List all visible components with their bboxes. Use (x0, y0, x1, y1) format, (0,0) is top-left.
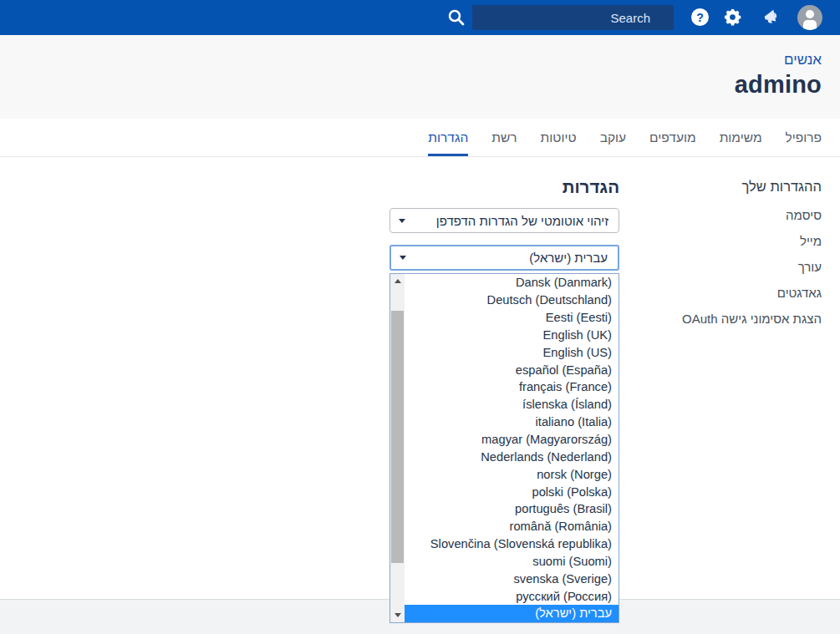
main-content: ההגדרות שלך סיסמהמיילעורךגאדגטיםהצגת אסי… (0, 157, 840, 599)
settings-nav-item[interactable]: גאדגטים (629, 286, 822, 301)
avatar-person-icon (806, 10, 814, 18)
language-option[interactable]: română (România) (405, 518, 619, 535)
scroll-down-icon[interactable] (390, 608, 405, 622)
help-glyph: ? (696, 11, 704, 24)
tab[interactable]: רשת (491, 119, 517, 156)
language-option[interactable]: italiano (Italia) (405, 413, 619, 431)
language-option[interactable]: norsk (Norge) (405, 465, 619, 483)
settings-nav: ההגדרות שלך סיסמהמיילעורךגאדגטיםהצגת אסי… (629, 179, 822, 337)
language-option[interactable]: português (Brasil) (405, 500, 619, 518)
language-option[interactable]: español (España) (405, 361, 619, 378)
topbar: ? (0, 0, 840, 35)
language-option[interactable]: svenska (Sverige) (405, 570, 619, 587)
language-option[interactable]: עברית (ישראל) (405, 605, 619, 622)
language-dropdown: Dansk (Danmark)Deutsch (Deutschland)Eest… (389, 273, 619, 623)
tab[interactable]: הגדרות (428, 119, 468, 156)
avatar[interactable] (797, 5, 822, 30)
language-option[interactable]: русский (Россия) (405, 587, 619, 605)
language-option[interactable]: français (France) (405, 378, 619, 396)
language-option[interactable]: English (US) (405, 343, 619, 361)
language-option-list: Dansk (Danmark)Deutsch (Deutschland)Eest… (405, 274, 619, 622)
tab[interactable]: משימות (720, 119, 762, 156)
settings-nav-item[interactable]: עורך (629, 260, 822, 275)
language-option[interactable]: polski (Polska) (405, 483, 619, 500)
breadcrumb-people-link[interactable]: אנשים (0, 52, 822, 68)
language-option[interactable]: Slovenčina (Slovenská republika) (405, 535, 619, 553)
dropdown-scrollbar[interactable] (390, 274, 405, 622)
language-option[interactable]: English (UK) (405, 327, 619, 344)
tab[interactable]: מועדפים (649, 119, 696, 156)
browser-detect-select[interactable]: זיהוי אוטומטי של הגדרות הדפדפן (389, 208, 619, 233)
profile-header: אנשים admino (0, 35, 840, 119)
page: ? אנשים admino פרופילמשימותמועדפיםעוקבטי… (0, 0, 840, 634)
browser-detect-select-value: זיהוי אוטומטי של הגדרות הדפדפן (436, 214, 608, 228)
page-title: admino (0, 71, 822, 99)
tab[interactable]: עוקב (600, 119, 626, 156)
language-option[interactable]: suomi (Suomi) (405, 553, 619, 571)
language-option[interactable]: Dansk (Danmark) (405, 274, 619, 292)
tab[interactable]: פרופיל (786, 119, 822, 156)
language-option[interactable]: Deutsch (Deutschland) (405, 292, 619, 309)
language-option[interactable]: Eesti (Eesti) (405, 309, 619, 327)
language-option[interactable]: Nederlands (Nederland) (405, 448, 619, 465)
profile-tabbar: פרופילמשימותמועדפיםעוקבטיוטותרשתהגדרות (0, 119, 840, 157)
avatar-person-icon (803, 20, 817, 30)
settings-nav-title: ההגדרות שלך (629, 179, 822, 195)
language-option[interactable]: magyar (Magyarország) (405, 431, 619, 449)
settings-nav-item[interactable]: הצגת אסימוני גישה OAuth (629, 312, 822, 327)
chevron-down-icon (399, 219, 405, 223)
scroll-up-icon[interactable] (390, 274, 405, 288)
language-select-value: עברית (ישראל) (529, 251, 608, 265)
gear-icon[interactable] (723, 8, 742, 27)
scrollbar-thumb[interactable] (391, 311, 404, 563)
announcements-icon[interactable] (762, 8, 781, 26)
settings-heading: הגדרות (563, 177, 619, 197)
language-option[interactable]: íslenska (Ísland) (405, 396, 619, 413)
settings-nav-item[interactable]: סיסמה (629, 208, 822, 223)
tab[interactable]: טיוטות (541, 119, 577, 156)
search-icon[interactable] (446, 8, 466, 28)
search-input[interactable] (472, 5, 674, 30)
help-icon[interactable]: ? (691, 8, 709, 26)
settings-nav-item[interactable]: מייל (629, 234, 822, 249)
language-select[interactable]: עברית (ישראל) (389, 245, 619, 271)
chevron-down-icon (400, 256, 406, 260)
